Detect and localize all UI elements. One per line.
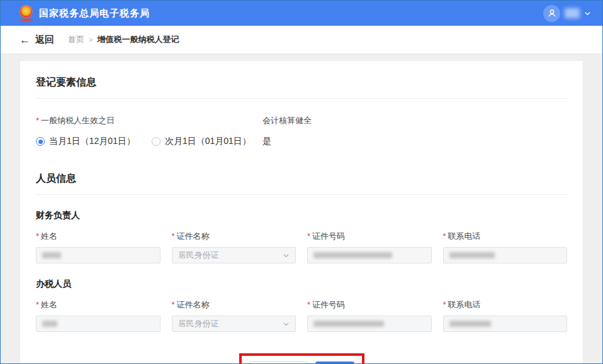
field-phone: *联系电话 bbox=[443, 299, 568, 332]
tax-staff-fields: *姓名 *证件名称 居民身份证 *证件号码 *联系电话 bbox=[36, 299, 567, 332]
id-number-input[interactable] bbox=[307, 247, 432, 263]
back-button[interactable]: ← 返回 bbox=[20, 34, 54, 46]
breadcrumb-home[interactable]: 首页 bbox=[68, 34, 84, 45]
accounting-field: 会计核算健全 是 bbox=[262, 115, 567, 147]
radio-unselected-icon[interactable] bbox=[152, 137, 161, 146]
arrow-left-icon: ← bbox=[20, 35, 30, 45]
user-name-redacted bbox=[565, 8, 580, 18]
user-avatar-icon[interactable] bbox=[543, 5, 560, 22]
submit-button[interactable]: 提交 bbox=[315, 361, 354, 364]
registration-section-title: 登记要素信息 bbox=[36, 61, 567, 99]
field-name: *姓名 bbox=[36, 299, 161, 332]
phone-input[interactable] bbox=[443, 316, 568, 332]
registration-fields: *一般纳税人生效之日 当月1日（12月01日） 次月1日（01月01日） 会计核… bbox=[36, 115, 567, 147]
redacted-value bbox=[313, 252, 392, 258]
chevron-down-icon[interactable] bbox=[584, 10, 591, 17]
finance-officer-group-title: 财务负责人 bbox=[36, 210, 567, 221]
radio-selected-icon[interactable] bbox=[36, 137, 45, 146]
field-id-type: *证件名称 居民身份证 bbox=[172, 299, 296, 332]
radio-current-month[interactable]: 当月1日（12月01日） bbox=[36, 136, 135, 147]
annotation-highlight-box: 预览登记表 提交 bbox=[239, 353, 364, 364]
redacted-value bbox=[449, 252, 495, 258]
breadcrumb: 首页 > 增值税一般纳税人登记 bbox=[68, 34, 179, 45]
chevron-down-icon bbox=[283, 321, 290, 328]
redacted-value bbox=[42, 321, 57, 327]
form-card: 登记要素信息 *一般纳税人生效之日 当月1日（12月01日） 次月1日（01月0… bbox=[20, 60, 583, 364]
name-input[interactable] bbox=[36, 247, 161, 263]
required-asterisk: * bbox=[36, 116, 39, 125]
phone-input[interactable] bbox=[443, 247, 568, 263]
national-emblem-icon bbox=[20, 5, 33, 21]
id-type-select[interactable]: 居民身份证 bbox=[172, 316, 296, 332]
accounting-value: 是 bbox=[262, 136, 567, 147]
chevron-down-icon bbox=[283, 252, 290, 259]
form-actions: 预览登记表 提交 bbox=[36, 353, 567, 364]
breadcrumb-separator: > bbox=[89, 36, 93, 43]
accounting-label: 会计核算健全 bbox=[262, 115, 567, 126]
main-content: 登记要素信息 *一般纳税人生效之日 当月1日（12月01日） 次月1日（01月0… bbox=[1, 54, 602, 364]
app-header: 国家税务总局电子税务局 bbox=[1, 1, 602, 26]
breadcrumb-bar: ← 返回 首页 > 增值税一般纳税人登记 bbox=[1, 26, 602, 54]
name-input[interactable] bbox=[36, 316, 161, 332]
effective-date-label: *一般纳税人生效之日 bbox=[36, 115, 262, 126]
field-id-number: *证件号码 bbox=[307, 231, 432, 263]
radio-next-month[interactable]: 次月1日（01月01日） bbox=[152, 136, 251, 147]
id-type-select[interactable]: 居民身份证 bbox=[172, 247, 296, 263]
finance-officer-fields: *姓名 *证件名称 居民身份证 *证件号码 *联系电话 bbox=[36, 231, 567, 263]
effective-date-field: *一般纳税人生效之日 当月1日（12月01日） 次月1日（01月01日） bbox=[36, 115, 262, 147]
personnel-section-title: 人员信息 bbox=[36, 157, 567, 195]
field-id-type: *证件名称 居民身份证 bbox=[172, 231, 296, 263]
tax-staff-group-title: 办税人员 bbox=[36, 279, 567, 290]
field-name: *姓名 bbox=[36, 231, 161, 263]
back-label: 返回 bbox=[35, 34, 54, 46]
preview-form-button[interactable]: 预览登记表 bbox=[249, 361, 308, 364]
field-id-number: *证件号码 bbox=[307, 299, 432, 332]
app-title: 国家税务总局电子税务局 bbox=[39, 8, 150, 19]
redacted-value bbox=[313, 321, 384, 327]
breadcrumb-current: 增值税一般纳税人登记 bbox=[97, 34, 179, 45]
user-menu[interactable] bbox=[543, 5, 591, 22]
field-phone: *联系电话 bbox=[443, 231, 568, 263]
effective-date-radio-group: 当月1日（12月01日） 次月1日（01月01日） bbox=[36, 136, 262, 147]
redacted-value bbox=[42, 252, 61, 258]
id-number-input[interactable] bbox=[307, 316, 432, 332]
redacted-value bbox=[449, 321, 491, 327]
